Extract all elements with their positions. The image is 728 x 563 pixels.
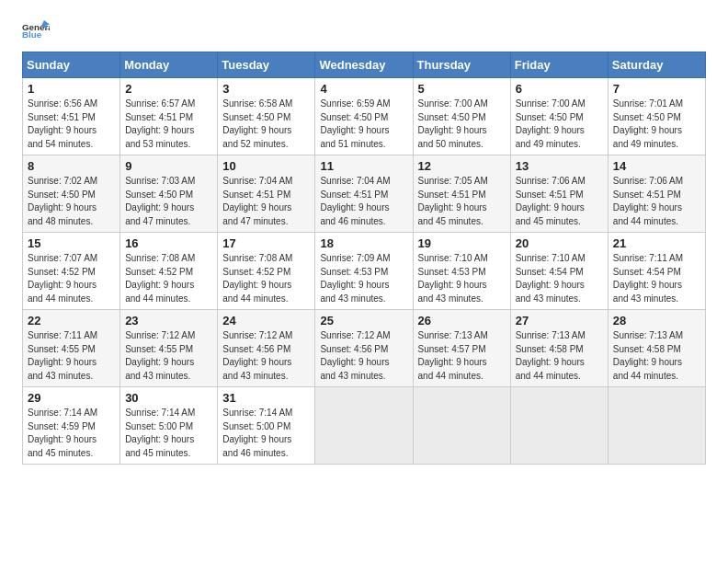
calendar-cell: 25Sunrise: 7:12 AM Sunset: 4:56 PM Dayli… <box>315 310 413 387</box>
day-info: Sunrise: 6:57 AM Sunset: 4:51 PM Dayligh… <box>125 98 212 151</box>
calendar-cell: 23Sunrise: 7:12 AM Sunset: 4:55 PM Dayli… <box>120 310 218 387</box>
day-number: 19 <box>418 236 506 250</box>
day-info: Sunrise: 7:06 AM Sunset: 4:51 PM Dayligh… <box>516 175 603 228</box>
day-info: Sunrise: 7:14 AM Sunset: 5:00 PM Dayligh… <box>125 407 212 460</box>
calendar-cell: 20Sunrise: 7:10 AM Sunset: 4:54 PM Dayli… <box>510 233 608 310</box>
day-number: 27 <box>516 314 603 327</box>
day-number: 29 <box>28 391 115 405</box>
calendar-cell <box>608 387 705 465</box>
calendar-cell: 1Sunrise: 6:56 AM Sunset: 4:51 PM Daylig… <box>23 78 120 155</box>
calendar-cell: 10Sunrise: 7:04 AM Sunset: 4:51 PM Dayli… <box>218 155 315 233</box>
calendar-cell: 31Sunrise: 7:14 AM Sunset: 5:00 PM Dayli… <box>218 387 315 465</box>
day-number: 17 <box>222 236 310 250</box>
calendar-cell: 24Sunrise: 7:12 AM Sunset: 4:56 PM Dayli… <box>218 310 315 387</box>
day-number: 9 <box>125 159 212 173</box>
calendar-week-row: 22Sunrise: 7:11 AM Sunset: 4:55 PM Dayli… <box>23 310 706 387</box>
day-number: 10 <box>222 159 310 173</box>
svg-text:Blue: Blue <box>22 29 42 39</box>
day-number: 20 <box>516 236 603 250</box>
calendar-cell: 18Sunrise: 7:09 AM Sunset: 4:53 PM Dayli… <box>315 233 413 310</box>
day-header-saturday: Saturday <box>608 52 705 78</box>
calendar-cell: 26Sunrise: 7:13 AM Sunset: 4:57 PM Dayli… <box>413 310 510 387</box>
day-number: 7 <box>613 82 700 96</box>
day-number: 15 <box>28 236 115 250</box>
day-info: Sunrise: 7:14 AM Sunset: 4:59 PM Dayligh… <box>28 407 115 460</box>
day-number: 1 <box>28 82 115 96</box>
day-info: Sunrise: 7:08 AM Sunset: 4:52 PM Dayligh… <box>125 252 212 305</box>
day-header-monday: Monday <box>120 52 218 78</box>
calendar-cell: 2Sunrise: 6:57 AM Sunset: 4:51 PM Daylig… <box>120 78 218 155</box>
day-header-thursday: Thursday <box>413 52 510 78</box>
day-info: Sunrise: 6:56 AM Sunset: 4:51 PM Dayligh… <box>28 98 115 151</box>
day-number: 12 <box>418 159 506 173</box>
calendar-cell: 19Sunrise: 7:10 AM Sunset: 4:53 PM Dayli… <box>413 233 510 310</box>
calendar-cell <box>510 387 608 465</box>
calendar-cell: 8Sunrise: 7:02 AM Sunset: 4:50 PM Daylig… <box>23 155 120 233</box>
calendar-cell: 6Sunrise: 7:00 AM Sunset: 4:50 PM Daylig… <box>510 78 608 155</box>
calendar-week-row: 1Sunrise: 6:56 AM Sunset: 4:51 PM Daylig… <box>23 78 706 155</box>
calendar-cell: 11Sunrise: 7:04 AM Sunset: 4:51 PM Dayli… <box>315 155 413 233</box>
calendar-cell: 28Sunrise: 7:13 AM Sunset: 4:58 PM Dayli… <box>608 310 705 387</box>
day-number: 21 <box>613 236 700 250</box>
calendar-cell: 16Sunrise: 7:08 AM Sunset: 4:52 PM Dayli… <box>120 233 218 310</box>
day-info: Sunrise: 7:08 AM Sunset: 4:52 PM Dayligh… <box>222 252 310 305</box>
calendar-header-row: SundayMondayTuesdayWednesdayThursdayFrid… <box>23 52 706 78</box>
calendar-table: SundayMondayTuesdayWednesdayThursdayFrid… <box>22 52 706 465</box>
calendar-week-row: 15Sunrise: 7:07 AM Sunset: 4:52 PM Dayli… <box>23 233 706 310</box>
calendar-cell: 15Sunrise: 7:07 AM Sunset: 4:52 PM Dayli… <box>23 233 120 310</box>
day-number: 13 <box>516 159 603 173</box>
day-info: Sunrise: 7:11 AM Sunset: 4:54 PM Dayligh… <box>613 252 700 305</box>
logo-text: General Blue <box>22 18 50 42</box>
day-info: Sunrise: 7:14 AM Sunset: 5:00 PM Dayligh… <box>222 407 310 460</box>
day-info: Sunrise: 6:59 AM Sunset: 4:50 PM Dayligh… <box>320 98 407 151</box>
day-info: Sunrise: 7:04 AM Sunset: 4:51 PM Dayligh… <box>320 175 407 228</box>
day-header-sunday: Sunday <box>23 52 120 78</box>
day-number: 5 <box>418 82 506 96</box>
day-number: 30 <box>125 391 212 405</box>
day-info: Sunrise: 7:02 AM Sunset: 4:50 PM Dayligh… <box>28 175 115 228</box>
day-number: 24 <box>222 314 310 327</box>
day-info: Sunrise: 7:13 AM Sunset: 4:58 PM Dayligh… <box>516 329 603 383</box>
day-info: Sunrise: 7:00 AM Sunset: 4:50 PM Dayligh… <box>516 98 603 151</box>
day-info: Sunrise: 7:03 AM Sunset: 4:50 PM Dayligh… <box>125 175 212 228</box>
calendar-week-row: 8Sunrise: 7:02 AM Sunset: 4:50 PM Daylig… <box>23 155 706 233</box>
day-header-tuesday: Tuesday <box>218 52 315 78</box>
day-number: 31 <box>222 391 310 405</box>
calendar-cell: 3Sunrise: 6:58 AM Sunset: 4:50 PM Daylig… <box>218 78 315 155</box>
day-number: 6 <box>516 82 603 96</box>
day-info: Sunrise: 7:01 AM Sunset: 4:50 PM Dayligh… <box>613 98 700 151</box>
day-info: Sunrise: 7:00 AM Sunset: 4:50 PM Dayligh… <box>418 98 506 151</box>
day-number: 16 <box>125 236 212 250</box>
calendar-cell: 13Sunrise: 7:06 AM Sunset: 4:51 PM Dayli… <box>510 155 608 233</box>
day-number: 28 <box>613 314 700 327</box>
day-info: Sunrise: 7:06 AM Sunset: 4:51 PM Dayligh… <box>613 175 700 228</box>
day-info: Sunrise: 7:13 AM Sunset: 4:58 PM Dayligh… <box>613 329 700 383</box>
day-info: Sunrise: 7:10 AM Sunset: 4:53 PM Dayligh… <box>418 252 506 305</box>
day-info: Sunrise: 7:07 AM Sunset: 4:52 PM Dayligh… <box>28 252 115 305</box>
day-info: Sunrise: 7:12 AM Sunset: 4:56 PM Dayligh… <box>320 329 407 383</box>
day-number: 3 <box>222 82 310 96</box>
day-number: 25 <box>320 314 407 327</box>
day-number: 22 <box>28 314 115 327</box>
day-number: 23 <box>125 314 212 327</box>
day-info: Sunrise: 7:11 AM Sunset: 4:55 PM Dayligh… <box>28 329 115 383</box>
day-number: 8 <box>28 159 115 173</box>
calendar-cell: 29Sunrise: 7:14 AM Sunset: 4:59 PM Dayli… <box>23 387 120 465</box>
calendar-cell: 7Sunrise: 7:01 AM Sunset: 4:50 PM Daylig… <box>608 78 705 155</box>
day-number: 2 <box>125 82 212 96</box>
calendar-cell: 5Sunrise: 7:00 AM Sunset: 4:50 PM Daylig… <box>413 78 510 155</box>
day-info: Sunrise: 7:09 AM Sunset: 4:53 PM Dayligh… <box>320 252 407 305</box>
day-header-friday: Friday <box>510 52 608 78</box>
day-number: 4 <box>320 82 407 96</box>
day-number: 11 <box>320 159 407 173</box>
calendar-cell <box>413 387 510 465</box>
calendar-cell: 4Sunrise: 6:59 AM Sunset: 4:50 PM Daylig… <box>315 78 413 155</box>
calendar-week-row: 29Sunrise: 7:14 AM Sunset: 4:59 PM Dayli… <box>23 387 706 465</box>
day-header-wednesday: Wednesday <box>315 52 413 78</box>
day-info: Sunrise: 7:13 AM Sunset: 4:57 PM Dayligh… <box>418 329 506 383</box>
calendar-cell: 12Sunrise: 7:05 AM Sunset: 4:51 PM Dayli… <box>413 155 510 233</box>
day-info: Sunrise: 6:58 AM Sunset: 4:50 PM Dayligh… <box>222 98 310 151</box>
calendar-cell: 14Sunrise: 7:06 AM Sunset: 4:51 PM Dayli… <box>608 155 705 233</box>
logo: General Blue <box>22 18 50 42</box>
calendar-cell: 17Sunrise: 7:08 AM Sunset: 4:52 PM Dayli… <box>218 233 315 310</box>
